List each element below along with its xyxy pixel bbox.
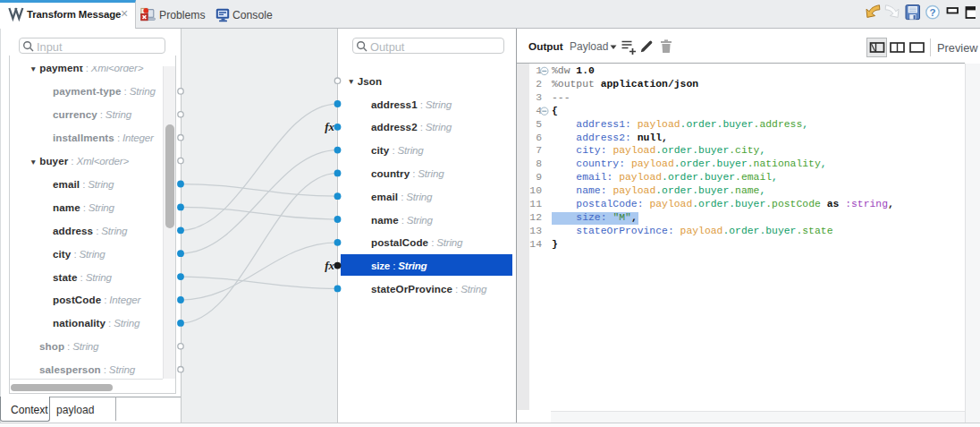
- svg-text:?: ?: [929, 7, 935, 18]
